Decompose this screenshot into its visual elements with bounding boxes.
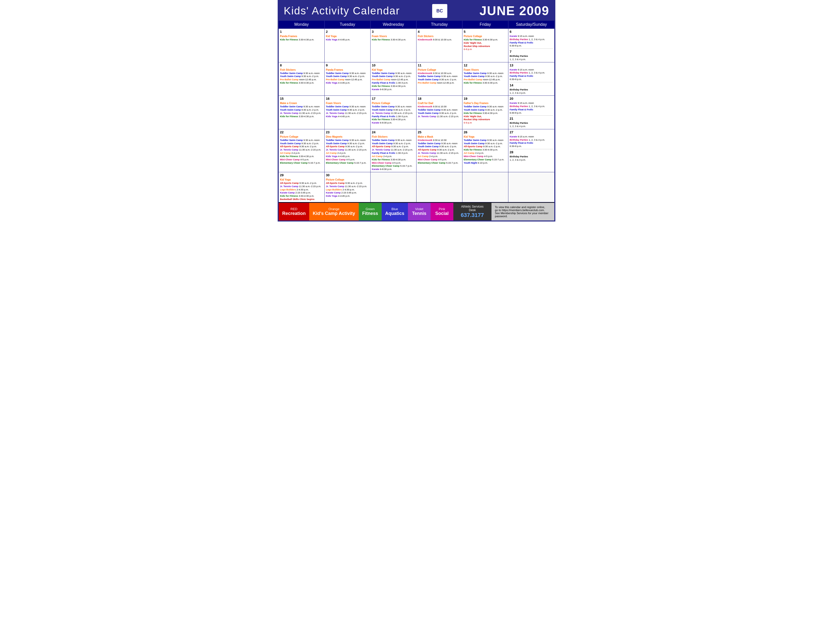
footer-info-line3: See Membership Services for your member … — [495, 212, 551, 218]
cell-empty-fri-row5 — [462, 172, 508, 202]
sat-entry-6: 6 Karate 9:15 a.m.-noon Birthday Parties… — [510, 30, 553, 49]
legend-violet-bottom: Tennis — [412, 211, 426, 216]
cell-june-8: 8 Fish Stickers Toddler Swim Camp 9:30 a… — [279, 63, 325, 96]
legend-red: RED Recreation — [279, 203, 309, 221]
day-header-tuesday: Tuesday — [325, 21, 371, 28]
legend-red-top: RED — [291, 207, 298, 211]
cell-june-12: 12 Foam Visors Toddler Swim Camp 9:30 a.… — [462, 63, 508, 96]
cell-empty-wed-row5 — [371, 172, 416, 202]
sun-entry-28: 28 Birthday Parties 1, 2, 3 & 4 p.m. — [510, 150, 553, 162]
cell-june-15: 15 Make a Crown Toddler Swim Camp 9:30 a… — [279, 96, 325, 129]
desk-label: Athletic Services Desk — [458, 205, 486, 212]
legend-violet: Violet Tennis — [408, 203, 431, 221]
cell-june-20-21: 20 Karate 9:15 a.m.-noon Birthday Partie… — [508, 96, 554, 129]
day-header-saturday-sunday: Saturday/Sunday — [508, 21, 554, 28]
legend-orange: Orange Kid's Camp Activity — [309, 203, 359, 221]
sat-entry-27: 27 Karate 9:15 a.m.-noon Birthday Partie… — [510, 130, 553, 149]
calendar-wrapper: Kids' Activity Calendar BC JUNE 2009 Mon… — [278, 0, 555, 222]
legend-green-bottom: Fitness — [362, 211, 378, 216]
legend-blue: Blue Aquatics — [382, 203, 408, 221]
legend-green-top: Green — [365, 207, 375, 211]
cell-june-11: 11 Picture Collage Kindermusik 9:30 & 10… — [416, 63, 462, 96]
cell-june-5: 5 Picture Collage Kids for Fitness 3:30-… — [462, 29, 508, 63]
legend-blue-top: Blue — [391, 207, 398, 211]
calendar-title: Kids' Activity Calendar — [284, 5, 400, 17]
cell-june-24: 24 Fish Stickers Toddler Swim Camp 9:30 … — [371, 129, 416, 172]
cell-june-13-14: 13 Karate 9:15 a.m.-noon Birthday Partie… — [508, 63, 554, 96]
day-header-thursday: Thursday — [416, 21, 462, 28]
cell-june-17: 17 Picture Collage Toddler Swim Camp 9:3… — [371, 96, 416, 129]
day-headers: Monday Tuesday Wednesday Thursday Friday… — [279, 21, 554, 28]
cell-empty-satsu-row5 — [508, 172, 554, 202]
legend-pink-bottom: Social — [435, 211, 449, 216]
cell-june-10: 10 Kid Yoga Toddler Swim Camp 9:30 a.m.-… — [371, 63, 416, 96]
calendar-grid: 1 Panda Frames Kids for Fitness 3:30-4:3… — [279, 28, 554, 202]
footer-contact: Athletic Services Desk 637.3177 — [453, 203, 492, 221]
sat-entry-13: 13 Karate 9:15 a.m.-noon Birthday Partie… — [510, 63, 553, 82]
header: Kids' Activity Calendar BC JUNE 2009 — [279, 1, 554, 21]
cell-june-2: 2 Kid Yoga Kids Yoga 4-4:45 p.m. — [325, 29, 371, 63]
legend-green: Green Fitness — [359, 203, 382, 221]
cell-june-4: 4 Fish Stickers Kindermusik 9:30 & 10:30… — [416, 29, 462, 63]
day-header-wednesday: Wednesday — [371, 21, 416, 28]
cell-june-18: 18 Craft for Dad Kindermusik 9:30 & 10:3… — [416, 96, 462, 129]
cell-june-23: 23 Dino Magnets Toddler Swim Camp 9:30 a… — [325, 129, 371, 172]
cell-june-1: 1 Panda Frames Kids for Fitness 3:30-4:3… — [279, 29, 325, 63]
footer-info: To view this calendar and register onlin… — [492, 203, 554, 221]
cell-june-3: 3 Foam Visors Kids for Fitness 3:30-4:30… — [371, 29, 416, 63]
cell-june-9: 9 Panda Frames Toddler Swim Camp 9:30 a.… — [325, 63, 371, 96]
cell-june-27-28: 27 Karate 9:15 a.m.-noon Birthday Partie… — [508, 129, 554, 172]
legend-orange-bottom: Kid's Camp Activity — [313, 211, 355, 216]
sun-entry-14: 14 Birthday Parties 1, 2, 3 & 4 p.m. — [510, 83, 553, 95]
logo: BC — [432, 4, 447, 18]
cell-june-25: 25 Make a Mask Kindermusik 9:30 & 10:30 … — [416, 129, 462, 172]
legend-blue-bottom: Aquatics — [385, 211, 404, 216]
cell-june-16: 16 Foam Visors Toddler Swim Camp 9:30 a.… — [325, 96, 371, 129]
footer-info-line1: To view this calendar and register onlin… — [495, 206, 551, 209]
legend-violet-top: Violet — [415, 207, 423, 211]
cell-june-22: 22 Picture Collage Toddler Swim Camp 9:3… — [279, 129, 325, 172]
sun-entry-21: 21 Birthday Parties 1, 2, 3 & 4 p.m. — [510, 117, 553, 128]
sun-entry-7: 7 Birthday Parties 1, 2, 3 & 4 p.m. — [510, 50, 553, 61]
footer: RED Recreation Orange Kid's Camp Activit… — [279, 202, 554, 221]
legend-pink: Pink Social — [431, 203, 453, 221]
legend-orange-top: Orange — [328, 207, 339, 211]
cell-june-29: 29 Kid Yoga All-Sports Camp 9:30 a.m.-2 … — [279, 172, 325, 202]
month-year: JUNE 2009 — [479, 3, 549, 18]
phone-number: 637.3177 — [461, 212, 484, 219]
sat-entry-20: 20 Karate 9:15 a.m.-noon Birthday Partie… — [510, 97, 553, 116]
cell-june-26: 26 Kid Yoga Toddler Swim Camp 9:30 a.m.-… — [462, 129, 508, 172]
day-header-monday: Monday — [279, 21, 325, 28]
cell-june-30: 30 Picture Collage All-Sports Camp 9:30 … — [325, 172, 371, 202]
legend-pink-top: Pink — [439, 207, 445, 211]
cell-empty-thu-row5 — [416, 172, 462, 202]
legend-red-bottom: Recreation — [282, 211, 306, 216]
day-header-friday: Friday — [462, 21, 508, 28]
cell-june-6-7: 6 Karate 9:15 a.m.-noon Birthday Parties… — [508, 29, 554, 63]
cell-june-19: 19 Father's Day Frames Toddler Swim Camp… — [462, 96, 508, 129]
footer-info-line2: go to https://members.bellevueclub.com. — [495, 209, 551, 212]
